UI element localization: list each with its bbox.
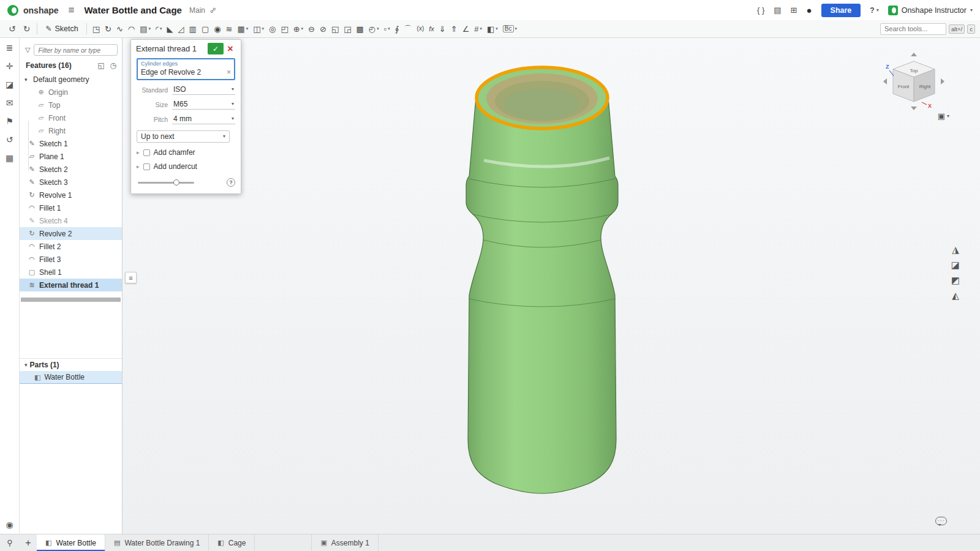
boundary-surface-icon[interactable]: ◴▾ — [366, 20, 382, 37]
feature-row-front-plane[interactable]: ▱Front — [20, 111, 122, 124]
extrude-icon[interactable]: ◳ — [90, 20, 102, 37]
split-icon[interactable]: ◰ — [278, 20, 290, 37]
rib-icon[interactable]: ▥ — [187, 20, 199, 37]
publications-icon[interactable]: ⚑ — [6, 117, 13, 126]
panel-layout-icon[interactable]: ▤ — [774, 6, 781, 15]
shell-icon[interactable]: ▢ — [199, 20, 211, 37]
revolve-icon[interactable]: ↻ — [102, 20, 114, 37]
part-row-water-bottle[interactable]: ◧ Water Bottle — [20, 371, 122, 384]
sweep-icon[interactable]: ∿ — [114, 20, 126, 37]
cancel-button[interactable]: × — [224, 43, 237, 54]
chevron-right-icon[interactable]: ▸ — [137, 163, 140, 170]
feature-row-fillet-2[interactable]: ◠Fillet 2 — [20, 240, 122, 253]
appearance-panel-icon[interactable]: ◪ — [6, 80, 13, 89]
pitch-dropdown[interactable]: 4 mm▾ — [172, 114, 235, 124]
thicken-icon[interactable]: ▤▾ — [137, 20, 153, 37]
feature-row-plane-1[interactable]: ▱Plane 1 — [20, 150, 122, 163]
feature-row-right-plane[interactable]: ▱Right — [20, 124, 122, 137]
replace-face-icon[interactable]: ◲ — [341, 20, 353, 37]
feature-row-sketch-2[interactable]: ✎Sketch 2 — [20, 163, 122, 176]
parts-header[interactable]: ▾ Parts (1) — [20, 358, 122, 371]
derived-icon[interactable]: ⇑ — [448, 20, 460, 37]
rotate-right-arrow[interactable] — [941, 78, 944, 84]
chevron-right-icon[interactable]: ▸ — [137, 149, 140, 156]
feature-row-shell-1[interactable]: ▢Shell 1 — [20, 266, 122, 279]
view-cube[interactable]: Top Front Right Z X — [883, 53, 944, 110]
feature-row-sketch-3[interactable]: ✎Sketch 3 — [20, 176, 122, 189]
mirror-icon[interactable]: ◫▾ — [251, 20, 266, 37]
dropdown-caret-icon[interactable]: ▾ — [515, 26, 518, 31]
add-undercut-checkbox[interactable] — [143, 163, 150, 170]
add-chamfer-checkbox[interactable] — [143, 149, 150, 156]
dropdown-caret-icon[interactable]: ▾ — [160, 26, 162, 31]
delete-face-icon[interactable]: ⊘ — [317, 20, 329, 37]
confirm-button[interactable]: ✓ — [208, 43, 224, 54]
custom-feature-icon[interactable]: Bc▾ — [500, 20, 519, 37]
tables-icon[interactable]: ▦ — [6, 154, 13, 162]
learning-center-icon[interactable]: ● — [807, 5, 812, 15]
tab-assembly-1[interactable]: ▣ Assembly 1 — [311, 534, 378, 551]
rotate-down-arrow[interactable] — [911, 107, 917, 110]
measure-icon[interactable]: ∠ — [460, 20, 472, 37]
document-title[interactable]: Water Bottle and Cage — [85, 5, 182, 15]
slider-knob[interactable] — [173, 179, 179, 186]
rotate-up-arrow[interactable] — [911, 53, 917, 56]
model-canvas[interactable]: Top Front Right Z X — [123, 38, 980, 534]
versions-history-icon[interactable]: ↺ — [6, 135, 13, 144]
dropdown-caret-icon[interactable]: ▾ — [377, 26, 379, 31]
boolean-icon[interactable]: ◎ — [266, 20, 278, 37]
dropdown-caret-icon[interactable]: ▾ — [388, 26, 390, 31]
feature-row-revolve-2[interactable]: ↻Revolve 2 — [20, 227, 122, 240]
feature-list-icon[interactable]: ≣ — [6, 43, 13, 52]
feature-row-fillet-3[interactable]: ◠Fillet 3 — [20, 253, 122, 266]
document-menu-icon[interactable]: ≡ — [69, 4, 75, 17]
comments-icon[interactable]: ✉ — [6, 99, 13, 107]
rotate-left-arrow[interactable] — [883, 78, 887, 84]
variable-studio-icon[interactable]: fx — [426, 20, 437, 37]
help-menu[interactable]: ?▾ — [870, 6, 878, 15]
feature-row-revolve-1[interactable]: ↻Revolve 1 — [20, 189, 122, 201]
section-view-icon[interactable]: ◪ — [951, 260, 960, 269]
tab-water-bottle-drawing-1[interactable]: ▤ Water Bottle Drawing 1 — [105, 534, 209, 551]
open-in-window-icon[interactable]: ◱ — [97, 61, 104, 70]
dropdown-caret-icon[interactable]: ▾ — [262, 26, 265, 31]
offset-surface-icon[interactable]: ⊖ — [306, 20, 317, 37]
hidden-edges-icon[interactable]: ◩ — [951, 276, 960, 285]
chevron-down-icon[interactable]: ▾ — [24, 77, 30, 83]
feature-row-origin[interactable]: ⊕Origin — [20, 86, 122, 99]
dropdown-caret-icon[interactable]: ▾ — [496, 26, 498, 31]
graphics-viewport[interactable]: Top Front Right Z X ▣ ▾ ◮ ◪ ◩ ◭ ··· — [123, 38, 980, 534]
bottle-silhouette[interactable] — [466, 98, 618, 493]
enclose-icon[interactable]: ▫▾ — [382, 20, 393, 37]
feature-row-sketch-1[interactable]: ✎Sketch 1 — [20, 137, 122, 150]
history-icon[interactable]: ◷ — [110, 61, 116, 70]
feature-row-sketch-4[interactable]: ✎Sketch 4 — [20, 214, 122, 227]
standard-dropdown[interactable]: ISO▾ — [172, 84, 235, 95]
variable-icon[interactable]: (x) — [415, 20, 427, 37]
termination-dropdown[interactable]: Up to next ▾ — [137, 130, 230, 143]
named-views-icon[interactable]: ◭ — [951, 291, 960, 300]
linear-pattern-icon[interactable]: ▦▾ — [235, 20, 251, 37]
view-menu-button[interactable]: ▣ ▾ — [938, 111, 949, 121]
cylinder-edges-field[interactable]: Cylinder edges Edge of Revolve 2 × — [137, 58, 235, 80]
feature-row-fillet-1[interactable]: ◠Fillet 1 — [20, 201, 122, 214]
import-icon[interactable]: ⇓ — [437, 20, 448, 37]
hole-icon[interactable]: ◉ — [211, 20, 223, 37]
fill-surface-icon[interactable]: ▩ — [354, 20, 366, 37]
appearance-icon[interactable]: ◧▾ — [484, 20, 500, 37]
remove-selection-icon[interactable]: × — [227, 68, 231, 77]
feature-row-top-plane[interactable]: ▱Top — [20, 99, 122, 111]
sheet-metal-icon[interactable]: #▾ — [472, 20, 484, 37]
dropdown-caret-icon[interactable]: ▾ — [480, 26, 483, 31]
rollback-bar[interactable] — [21, 298, 121, 302]
add-tab-button[interactable]: + — [20, 534, 37, 551]
filter-input[interactable] — [34, 44, 118, 56]
featurescript-icon[interactable]: { } — [757, 6, 764, 15]
configurations-icon[interactable]: ✛ — [6, 62, 13, 70]
loft-icon[interactable]: ◠ — [126, 20, 137, 37]
share-button[interactable]: Share — [821, 4, 861, 17]
opacity-slider[interactable] — [138, 182, 194, 184]
branch-name[interactable]: Main — [189, 6, 205, 15]
redo-button[interactable]: ↻ — [20, 24, 34, 34]
chevron-down-icon[interactable]: ▾ — [24, 362, 28, 368]
